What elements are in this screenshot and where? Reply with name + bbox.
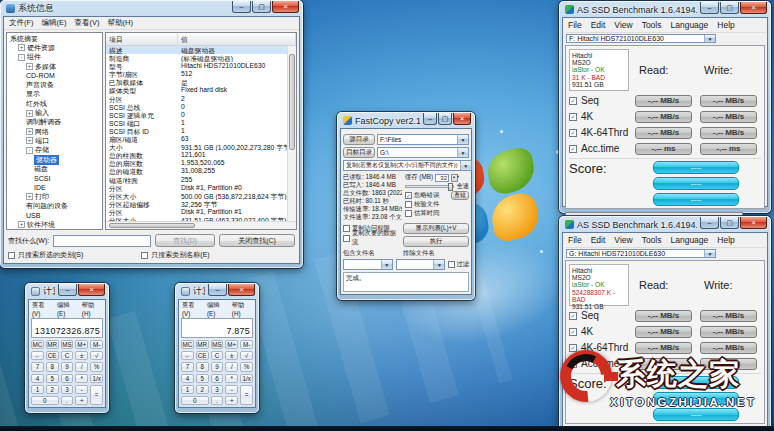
find-button[interactable]: 查找(D) [155, 234, 215, 247]
table-row[interactable]: 分区大小500.00 GB (536,872,218,624 字节) [106, 192, 287, 200]
read-value-button[interactable]: -.-- MB/s [635, 127, 692, 139]
read-value-button[interactable]: -.-- ms [635, 143, 692, 155]
search-selected-category-checkbox[interactable] [8, 252, 15, 259]
menu-item-v[interactable]: 查看(V) [75, 18, 100, 28]
tree-item[interactable]: SCSI [7, 173, 102, 182]
table-row[interactable]: 扇区/磁道63 [106, 135, 287, 143]
Seq-checkbox[interactable]: ✓ [569, 97, 577, 105]
calc-button-[interactable]: - [75, 385, 88, 394]
tree-item[interactable]: 声音设备 [7, 80, 102, 89]
calc-button-1x[interactable]: 1/x [240, 374, 253, 383]
expand-icon[interactable]: + [26, 110, 33, 117]
dropdown-arrow-icon[interactable]: ▼ [457, 135, 468, 144]
write-value-button[interactable]: -.-- MB/s [700, 95, 757, 107]
close-button[interactable]: × [272, 1, 299, 13]
calculator-titlebar[interactable]: 计算器–× [28, 283, 106, 299]
calc-button-[interactable]: . [211, 396, 224, 405]
buffer-spinner[interactable]: ▲▼ [451, 174, 458, 182]
calc-button-ce[interactable]: CE [46, 351, 59, 360]
menu-item-e[interactable]: 编辑(E) [207, 301, 227, 317]
menu-item-h[interactable]: 帮助(H) [82, 301, 102, 317]
calc-button-5[interactable]: 5 [46, 374, 59, 383]
menu-item-help[interactable]: Help [717, 235, 734, 245]
Acc.time-checkbox[interactable]: ✓ [569, 145, 577, 153]
dropdown-arrow-icon[interactable]: ▼ [460, 161, 471, 170]
calc-button-ce[interactable]: CE [196, 351, 209, 360]
calc-button-1x[interactable]: 1/x [90, 374, 103, 383]
close-find-button[interactable]: 关闭查找(C) [219, 234, 295, 247]
find-input[interactable] [53, 235, 151, 247]
tree-item[interactable]: 有问题的设备 [7, 201, 102, 210]
table-row[interactable]: SCSI 总线0 [106, 103, 287, 111]
collapse-icon[interactable]: - [26, 147, 33, 154]
filter-checkbox[interactable] [448, 261, 455, 268]
exclude-filter-combo[interactable]: ▼ [396, 259, 446, 270]
calc-button-0[interactable]: 0 [31, 396, 59, 405]
write-value-button[interactable]: -.-- MB/s [700, 111, 757, 123]
calc-button-2[interactable]: 2 [46, 385, 59, 394]
Seq-checkbox[interactable]: ✓ [569, 312, 577, 320]
expand-icon[interactable]: + [26, 193, 33, 200]
calc-button-[interactable]: - [225, 385, 238, 394]
copy-option-checkbox[interactable] [343, 225, 350, 232]
expand-icon[interactable]: + [18, 44, 25, 51]
score-value-button[interactable]: ---- [653, 161, 739, 174]
maximize-button[interactable]: ▢ [438, 113, 452, 125]
table-row[interactable]: 磁道/柱面255 [106, 176, 287, 184]
menu-item-edit[interactable]: Edit [591, 20, 606, 30]
calc-button-ms[interactable]: MS [61, 340, 74, 349]
table-row[interactable]: SCSI 端口1 [106, 119, 287, 127]
close-button[interactable]: × [453, 113, 471, 125]
dropdown-arrow-icon[interactable]: ▼ [704, 35, 715, 42]
校验文件-checkbox[interactable] [405, 201, 412, 208]
calc-button-[interactable]: % [90, 362, 103, 371]
table-row[interactable]: 描述磁盘驱动器 [106, 46, 287, 54]
collapse-icon[interactable]: - [18, 54, 25, 61]
minimize-button[interactable]: – [58, 284, 77, 296]
drive-select-combo[interactable]: F: Hitachi HDS721010DLE630▼ [566, 34, 716, 43]
tree-item[interactable]: USB [7, 211, 102, 220]
calc-button-3[interactable]: 3 [211, 385, 224, 394]
system-info-titlebar[interactable]: 系统信息 – ▢ × [3, 0, 300, 16]
expand-icon[interactable]: + [26, 63, 33, 70]
table-row[interactable]: 分区2 [106, 95, 287, 103]
calc-button-[interactable]: % [240, 362, 253, 371]
tree-item[interactable]: 驱动器 [7, 155, 102, 164]
menu-item-e[interactable]: 编辑(E) [42, 18, 67, 28]
expand-icon[interactable]: + [18, 221, 25, 228]
speed-slider[interactable] [405, 185, 454, 188]
tree-item[interactable]: +多媒体 [7, 62, 102, 71]
dest-dir-button[interactable]: 目标目录 [343, 147, 375, 158]
slider-thumb[interactable] [448, 183, 453, 191]
calc-button-[interactable]: * [225, 374, 238, 383]
calc-button-5[interactable]: 5 [196, 374, 209, 383]
menu-item-view[interactable]: View [614, 20, 632, 30]
read-value-button[interactable]: -.-- MB/s [635, 111, 692, 123]
minimize-button[interactable]: – [208, 284, 227, 296]
calc-button-1[interactable]: 1 [181, 385, 194, 394]
score-value-button[interactable]: ---- [653, 193, 739, 206]
calc-button-[interactable]: + [225, 396, 238, 405]
menu-item-e[interactable]: 编辑(E) [57, 301, 77, 317]
minimize-button[interactable]: – [232, 1, 251, 13]
score-value-button[interactable]: ---- [653, 177, 739, 190]
error-check-button[interactable]: 查错 [451, 191, 469, 200]
calc-button-6[interactable]: 6 [61, 374, 74, 383]
dest-path-combo[interactable]: G:\ ▼ [377, 147, 469, 158]
tree-item[interactable]: +打印 [7, 192, 102, 201]
menu-item-h[interactable]: 帮助(H) [108, 18, 133, 28]
calc-button-7[interactable]: 7 [181, 362, 194, 371]
menu-item-language[interactable]: Language [670, 235, 708, 245]
calc-button-m[interactable]: M- [240, 340, 253, 349]
calc-button-[interactable]: = [90, 385, 103, 405]
expand-icon[interactable]: + [26, 128, 33, 135]
table-row[interactable]: 大小931.51 GB (1,000,202,273,280 字节) [106, 143, 287, 151]
calc-button-[interactable]: ± [75, 351, 88, 360]
table-row[interactable]: 字节/扇区512 [106, 70, 287, 78]
calc-button-c[interactable]: C [211, 351, 224, 360]
calc-button-[interactable]: = [240, 385, 253, 405]
menu-item-language[interactable]: Language [670, 20, 708, 30]
execute-button[interactable]: 执行 [403, 236, 469, 247]
read-value-button[interactable]: -.-- MB/s [635, 326, 692, 338]
table-row[interactable]: 分区Disk #1, Partition #0 [106, 184, 287, 192]
